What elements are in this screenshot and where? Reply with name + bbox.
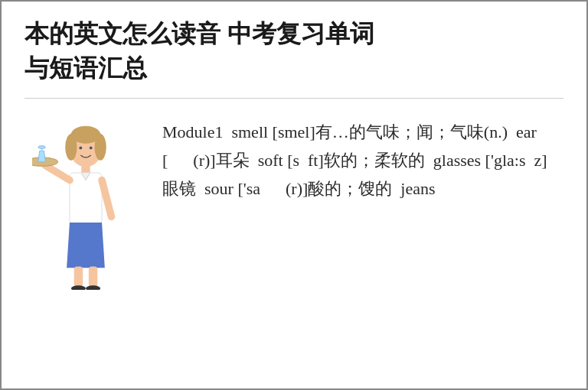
content-section: Module1 smell [smel]有…的气味；闻；气味(n.) ear [… <box>24 114 564 373</box>
waitress-icon <box>32 122 139 290</box>
svg-line-9 <box>45 165 70 180</box>
svg-rect-15 <box>89 266 97 287</box>
page-title: 本的英文怎么读音 中考复习单词 与短语汇总 <box>24 17 564 86</box>
title-line1: 本的英文怎么读音 中考复习单词 <box>24 20 374 47</box>
title-section: 本的英文怎么读音 中考复习单词 与短语汇总 <box>24 17 564 99</box>
svg-point-13 <box>38 145 46 148</box>
page-container: 本的英文怎么读音 中考复习单词 与短语汇总 <box>0 0 588 390</box>
title-line2: 与短语汇总 <box>24 54 147 82</box>
svg-point-16 <box>71 285 86 290</box>
content-text: Module1 smell [smel]有…的气味；闻；气味(n.) ear [… <box>162 118 564 203</box>
text-area: Module1 smell [smel]有…的气味；闻；气味(n.) ear [… <box>162 114 564 373</box>
svg-point-5 <box>79 146 82 149</box>
svg-point-17 <box>86 285 100 290</box>
image-area <box>24 114 147 373</box>
svg-point-3 <box>65 134 77 160</box>
svg-point-6 <box>90 146 93 149</box>
svg-rect-14 <box>74 266 83 287</box>
svg-line-10 <box>102 180 111 216</box>
svg-point-4 <box>94 134 106 160</box>
